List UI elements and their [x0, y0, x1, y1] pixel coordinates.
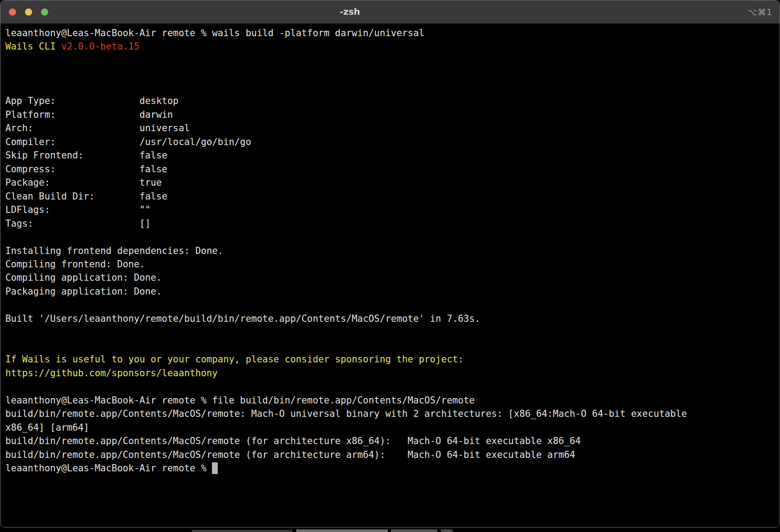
terminal-line — [5, 380, 775, 393]
terminal-line — [5, 54, 775, 67]
terminal-line — [5, 81, 775, 94]
terminal-line: Platform: darwin — [5, 108, 775, 121]
terminal-line: Clean Build Dir: false — [5, 190, 775, 203]
terminal-line: If Wails is useful to you or your compan… — [5, 353, 775, 366]
terminal-line — [5, 230, 775, 244]
terminal-line: build/bin/remote.app/Contents/MacOS/remo… — [5, 407, 775, 420]
terminal-window: -zsh ⌥⌘1 leaanthony@Leas-MacBook-Air rem… — [0, 0, 780, 528]
window-titlebar[interactable]: -zsh ⌥⌘1 — [0, 0, 780, 24]
terminal-line: Compiler: /usr/local/go/bin/go — [5, 135, 775, 149]
background-window-fragment — [296, 529, 388, 532]
terminal-line: Tags: [] — [5, 217, 775, 230]
terminal-line: LDFlags: "" — [5, 203, 775, 216]
terminal-line — [5, 67, 775, 80]
background-window-sliver — [0, 528, 780, 532]
terminal-output[interactable]: leaanthony@Leas-MacBook-Air remote % wai… — [1, 24, 779, 527]
terminal-line: Compress: false — [5, 162, 775, 176]
background-window-fragment — [441, 529, 452, 532]
terminal-line: App Type: desktop — [5, 94, 775, 108]
background-window-fragment — [192, 530, 292, 532]
terminal-line: leaanthony@Leas-MacBook-Air remote % wai… — [5, 26, 775, 40]
terminal-line: leaanthony@Leas-MacBook-Air remote % fil… — [5, 394, 775, 407]
terminal-line: Skip Frontend: false — [5, 149, 775, 162]
terminal-line — [5, 339, 775, 353]
terminal-line: Packaging application: Done. — [5, 285, 775, 298]
terminal-line: Wails CLI v2.0.0-beta.15 — [5, 40, 775, 53]
terminal-line: https://github.com/sponsors/leaanthony — [5, 366, 775, 380]
terminal-line: Installing frontend dependencies: Done. — [5, 244, 775, 258]
terminal-line: build/bin/remote.app/Contents/MacOS/remo… — [5, 434, 775, 448]
terminal-line: x86_64] [arm64] — [5, 421, 775, 434]
terminal-line: build/bin/remote.app/Contents/MacOS/remo… — [5, 448, 775, 461]
terminal-line: Built '/Users/leaanthony/remote/build/bi… — [5, 312, 775, 325]
terminal-line: Compiling frontend: Done. — [5, 258, 775, 271]
terminal-line — [5, 298, 775, 312]
tab-shortcut-badge: ⌥⌘1 — [747, 7, 772, 17]
terminal-cursor — [212, 462, 218, 474]
window-title: -zsh — [0, 6, 699, 17]
terminal-line: Compiling application: Done. — [5, 271, 775, 284]
background-window-fragment — [391, 529, 437, 532]
terminal-line — [5, 325, 775, 339]
terminal-line: Arch: universal — [5, 121, 775, 135]
terminal-line: Package: true — [5, 176, 775, 189]
terminal-line: leaanthony@Leas-MacBook-Air remote % — [5, 461, 775, 475]
